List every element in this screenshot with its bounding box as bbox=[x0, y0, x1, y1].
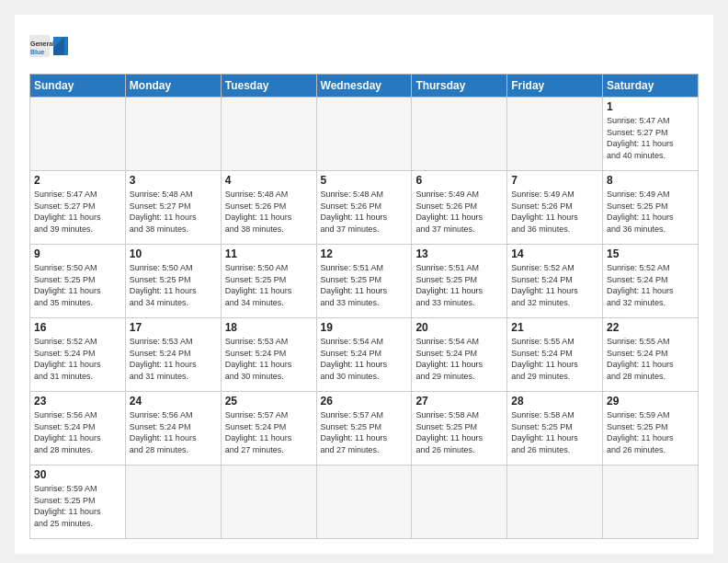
logo: General Blue bbox=[29, 29, 68, 63]
day-info: Sunrise: 5:52 AM Sunset: 5:24 PM Dayligh… bbox=[607, 262, 694, 308]
day-number: 9 bbox=[34, 247, 121, 260]
day-number: 3 bbox=[130, 174, 217, 187]
calendar-cell: 20Sunrise: 5:54 AM Sunset: 5:24 PM Dayli… bbox=[412, 318, 507, 392]
day-info: Sunrise: 5:59 AM Sunset: 5:25 PM Dayligh… bbox=[34, 483, 121, 529]
calendar-cell: 29Sunrise: 5:59 AM Sunset: 5:25 PM Dayli… bbox=[603, 392, 699, 465]
calendar-header-row: SundayMondayTuesdayWednesdayThursdayFrid… bbox=[30, 75, 699, 98]
calendar-cell bbox=[30, 98, 126, 171]
day-header-friday: Friday bbox=[507, 75, 603, 98]
calendar-cell: 3Sunrise: 5:48 AM Sunset: 5:27 PM Daylig… bbox=[125, 171, 221, 245]
day-number: 25 bbox=[225, 395, 313, 408]
day-number: 5 bbox=[321, 174, 408, 187]
calendar-cell: 30Sunrise: 5:59 AM Sunset: 5:25 PM Dayli… bbox=[30, 465, 126, 539]
calendar-cell: 12Sunrise: 5:51 AM Sunset: 5:25 PM Dayli… bbox=[316, 245, 412, 318]
day-info: Sunrise: 5:47 AM Sunset: 5:27 PM Dayligh… bbox=[34, 189, 121, 235]
calendar-cell: 4Sunrise: 5:48 AM Sunset: 5:26 PM Daylig… bbox=[221, 171, 316, 245]
day-header-tuesday: Tuesday bbox=[221, 75, 316, 98]
day-number: 18 bbox=[225, 321, 313, 334]
calendar-cell: 1Sunrise: 5:47 AM Sunset: 5:27 PM Daylig… bbox=[603, 98, 699, 171]
day-number: 10 bbox=[130, 247, 217, 260]
day-info: Sunrise: 5:58 AM Sunset: 5:25 PM Dayligh… bbox=[415, 409, 503, 455]
calendar-cell: 19Sunrise: 5:54 AM Sunset: 5:24 PM Dayli… bbox=[316, 318, 412, 392]
calendar-cell: 27Sunrise: 5:58 AM Sunset: 5:25 PM Dayli… bbox=[412, 392, 507, 465]
calendar-cell bbox=[125, 98, 221, 171]
day-number: 20 bbox=[415, 321, 503, 334]
day-number: 12 bbox=[321, 247, 408, 260]
day-number: 21 bbox=[511, 321, 598, 334]
day-info: Sunrise: 5:47 AM Sunset: 5:27 PM Dayligh… bbox=[607, 115, 694, 161]
day-info: Sunrise: 5:52 AM Sunset: 5:24 PM Dayligh… bbox=[511, 262, 598, 308]
day-number: 14 bbox=[511, 247, 598, 260]
day-info: Sunrise: 5:54 AM Sunset: 5:24 PM Dayligh… bbox=[415, 336, 503, 382]
calendar-cell bbox=[507, 98, 603, 171]
day-info: Sunrise: 5:58 AM Sunset: 5:25 PM Dayligh… bbox=[511, 409, 598, 455]
day-number: 17 bbox=[130, 321, 217, 334]
day-header-monday: Monday bbox=[125, 75, 221, 98]
calendar-cell: 14Sunrise: 5:52 AM Sunset: 5:24 PM Dayli… bbox=[507, 245, 603, 318]
day-info: Sunrise: 5:55 AM Sunset: 5:24 PM Dayligh… bbox=[511, 336, 598, 382]
day-number: 27 bbox=[415, 395, 503, 408]
calendar-cell bbox=[125, 465, 221, 539]
calendar-cell: 13Sunrise: 5:51 AM Sunset: 5:25 PM Dayli… bbox=[412, 245, 507, 318]
svg-text:General: General bbox=[30, 40, 54, 47]
day-info: Sunrise: 5:48 AM Sunset: 5:26 PM Dayligh… bbox=[321, 189, 408, 235]
logo-icon: General Blue bbox=[29, 29, 68, 63]
calendar-cell: 25Sunrise: 5:57 AM Sunset: 5:24 PM Dayli… bbox=[221, 392, 316, 465]
day-info: Sunrise: 5:50 AM Sunset: 5:25 PM Dayligh… bbox=[225, 262, 313, 308]
calendar-cell: 26Sunrise: 5:57 AM Sunset: 5:25 PM Dayli… bbox=[316, 392, 412, 465]
day-info: Sunrise: 5:51 AM Sunset: 5:25 PM Dayligh… bbox=[321, 262, 408, 308]
week-row-3: 16Sunrise: 5:52 AM Sunset: 5:24 PM Dayli… bbox=[30, 318, 699, 392]
calendar-cell bbox=[221, 465, 316, 539]
day-info: Sunrise: 5:54 AM Sunset: 5:24 PM Dayligh… bbox=[321, 336, 408, 382]
day-info: Sunrise: 5:55 AM Sunset: 5:24 PM Dayligh… bbox=[607, 336, 694, 382]
day-number: 24 bbox=[130, 395, 217, 408]
calendar-cell bbox=[221, 98, 316, 171]
day-header-thursday: Thursday bbox=[412, 75, 507, 98]
calendar-cell: 24Sunrise: 5:56 AM Sunset: 5:24 PM Dayli… bbox=[125, 392, 221, 465]
calendar-cell bbox=[316, 98, 412, 171]
day-info: Sunrise: 5:51 AM Sunset: 5:25 PM Dayligh… bbox=[415, 262, 503, 308]
week-row-4: 23Sunrise: 5:56 AM Sunset: 5:24 PM Dayli… bbox=[30, 392, 699, 465]
day-number: 2 bbox=[34, 174, 121, 187]
day-header-wednesday: Wednesday bbox=[316, 75, 412, 98]
day-info: Sunrise: 5:50 AM Sunset: 5:25 PM Dayligh… bbox=[34, 262, 121, 308]
calendar-cell: 8Sunrise: 5:49 AM Sunset: 5:25 PM Daylig… bbox=[603, 171, 699, 245]
calendar-cell: 15Sunrise: 5:52 AM Sunset: 5:24 PM Dayli… bbox=[603, 245, 699, 318]
calendar: SundayMondayTuesdayWednesdayThursdayFrid… bbox=[29, 74, 699, 539]
day-number: 19 bbox=[321, 321, 408, 334]
calendar-cell: 28Sunrise: 5:58 AM Sunset: 5:25 PM Dayli… bbox=[507, 392, 603, 465]
day-info: Sunrise: 5:50 AM Sunset: 5:25 PM Dayligh… bbox=[130, 262, 217, 308]
day-number: 6 bbox=[415, 174, 503, 187]
calendar-cell: 6Sunrise: 5:49 AM Sunset: 5:26 PM Daylig… bbox=[412, 171, 507, 245]
day-info: Sunrise: 5:48 AM Sunset: 5:27 PM Dayligh… bbox=[130, 189, 217, 235]
day-header-saturday: Saturday bbox=[603, 75, 699, 98]
calendar-cell: 9Sunrise: 5:50 AM Sunset: 5:25 PM Daylig… bbox=[30, 245, 126, 318]
calendar-cell: 10Sunrise: 5:50 AM Sunset: 5:25 PM Dayli… bbox=[125, 245, 221, 318]
day-header-sunday: Sunday bbox=[30, 75, 126, 98]
day-info: Sunrise: 5:56 AM Sunset: 5:24 PM Dayligh… bbox=[130, 409, 217, 455]
calendar-cell bbox=[507, 465, 603, 539]
calendar-cell bbox=[412, 98, 507, 171]
calendar-cell bbox=[412, 465, 507, 539]
day-number: 1 bbox=[607, 100, 694, 113]
day-number: 11 bbox=[225, 247, 313, 260]
day-number: 30 bbox=[34, 468, 121, 481]
calendar-cell: 16Sunrise: 5:52 AM Sunset: 5:24 PM Dayli… bbox=[30, 318, 126, 392]
day-info: Sunrise: 5:57 AM Sunset: 5:24 PM Dayligh… bbox=[225, 409, 313, 455]
week-row-5: 30Sunrise: 5:59 AM Sunset: 5:25 PM Dayli… bbox=[30, 465, 699, 539]
day-number: 13 bbox=[415, 247, 503, 260]
day-number: 22 bbox=[607, 321, 694, 334]
day-number: 23 bbox=[34, 395, 121, 408]
calendar-cell: 11Sunrise: 5:50 AM Sunset: 5:25 PM Dayli… bbox=[221, 245, 316, 318]
calendar-cell: 18Sunrise: 5:53 AM Sunset: 5:24 PM Dayli… bbox=[221, 318, 316, 392]
day-number: 29 bbox=[607, 395, 694, 408]
day-number: 4 bbox=[225, 174, 313, 187]
day-info: Sunrise: 5:59 AM Sunset: 5:25 PM Dayligh… bbox=[607, 409, 694, 455]
day-number: 28 bbox=[511, 395, 598, 408]
page: General Blue SundayMondayTuesdayWednesda… bbox=[15, 15, 713, 554]
week-row-1: 2Sunrise: 5:47 AM Sunset: 5:27 PM Daylig… bbox=[30, 171, 699, 245]
day-number: 15 bbox=[607, 247, 694, 260]
calendar-cell: 23Sunrise: 5:56 AM Sunset: 5:24 PM Dayli… bbox=[30, 392, 126, 465]
day-info: Sunrise: 5:49 AM Sunset: 5:26 PM Dayligh… bbox=[511, 189, 598, 235]
day-info: Sunrise: 5:49 AM Sunset: 5:26 PM Dayligh… bbox=[415, 189, 503, 235]
